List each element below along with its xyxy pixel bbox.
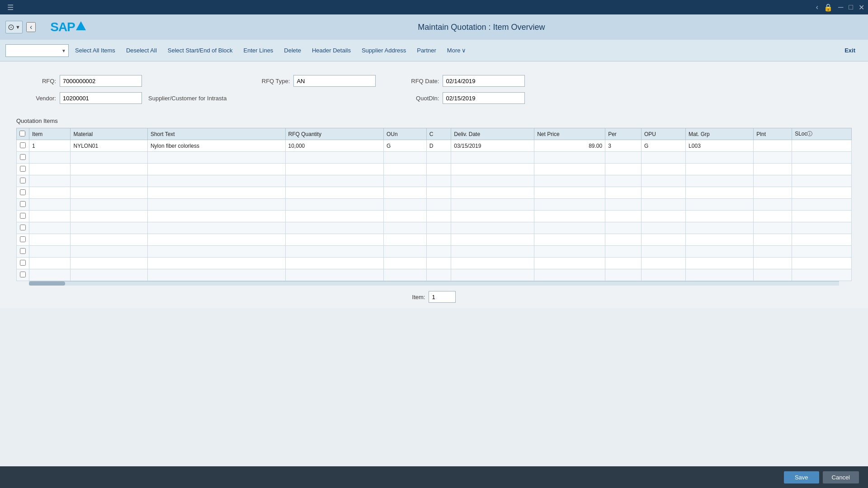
select-all-button[interactable]: Select All Items (71, 45, 120, 56)
table-section: Quotation Items Item Material Short Text… (11, 117, 857, 286)
deselect-all-button[interactable]: Deselect All (122, 45, 161, 56)
table-row (17, 175, 852, 187)
row-checkbox[interactable] (20, 178, 26, 183)
cell-sloc[interactable] (792, 140, 852, 152)
col-rfq-quantity: RFQ Quantity (285, 128, 383, 140)
table-row (17, 187, 852, 199)
col-material: Material (71, 128, 147, 140)
title-bar: ☰ ‹ 🔒 ─ □ ✕ (0, 0, 868, 14)
more-button[interactable]: More ∨ (443, 45, 471, 56)
table-row (17, 246, 852, 258)
lock-icon[interactable]: 🔒 (824, 3, 833, 12)
col-mat-grp: Mat. Grp (686, 128, 754, 140)
cell-short-text[interactable]: Nylon fiber colorless (147, 140, 285, 152)
select-all-checkbox[interactable] (19, 131, 25, 136)
toolbar-select-wrap[interactable] (5, 44, 69, 57)
nav-dropdown-icon[interactable]: ▼ (15, 24, 20, 30)
table-row (17, 222, 852, 234)
vendor-row: Vendor: Supplier/Customer for Intrasta (20, 92, 226, 104)
header-left: ⊙ ▼ ‹ (5, 21, 36, 33)
rfq-input[interactable] (60, 75, 142, 87)
rfq-type-input[interactable] (293, 75, 376, 87)
rfq-row: RFQ: (20, 75, 226, 87)
nav-prev-icon[interactable]: ⊙ (8, 22, 14, 32)
form-col-left: RFQ: Vendor: Supplier/Customer for Intra… (20, 75, 226, 104)
quot-dln-input[interactable] (443, 92, 525, 104)
col-oun: OUn (383, 128, 426, 140)
save-button[interactable]: Save (784, 471, 819, 483)
close-icon[interactable]: ✕ (859, 3, 864, 12)
row-checkbox[interactable] (20, 225, 26, 230)
cell-mat-grp[interactable]: L003 (686, 140, 754, 152)
exit-button[interactable]: Exit (837, 45, 863, 56)
sap-logo: SAP (50, 20, 86, 34)
header-checkbox-col (17, 128, 29, 140)
col-per: Per (605, 128, 642, 140)
minimize-icon[interactable]: ─ (838, 3, 843, 11)
table-row (17, 211, 852, 222)
cell-per[interactable]: 3 (605, 140, 642, 152)
toolbar-dropdown[interactable] (5, 44, 69, 57)
cell-plnt[interactable] (754, 140, 792, 152)
supplier-address-button[interactable]: Supplier Address (357, 45, 410, 56)
vendor-label: Vendor: (20, 95, 56, 102)
cell-rfq-quantity[interactable]: 10,000 (285, 140, 383, 152)
horizontal-scrollbar[interactable] (29, 281, 839, 286)
row-checkbox[interactable] (20, 213, 26, 219)
item-label: Item: (412, 294, 425, 300)
back-nav-icon[interactable]: ‹ (816, 3, 818, 11)
table-row (17, 234, 852, 246)
rfq-label: RFQ: (20, 78, 56, 84)
quot-dln-row: QuotDln: (403, 92, 525, 104)
cell-item[interactable]: 1 (29, 140, 71, 152)
row-checkbox[interactable] (20, 189, 26, 195)
delete-button[interactable]: Delete (279, 45, 306, 56)
rfq-date-input[interactable] (443, 75, 525, 87)
row-checkbox[interactable] (20, 166, 26, 172)
cell-opu[interactable]: G (641, 140, 685, 152)
row-checkbox[interactable] (20, 201, 26, 207)
back-button[interactable]: ‹ (26, 22, 36, 32)
header-details-button[interactable]: Header Details (307, 45, 355, 56)
row-checkbox[interactable] (20, 272, 26, 277)
table-title: Quotation Items (16, 117, 852, 124)
more-chevron-icon: ∨ (462, 47, 466, 54)
row-checkbox-cell (17, 140, 29, 152)
col-sloc: SLocⓘ (792, 128, 852, 140)
svg-marker-0 (76, 21, 86, 30)
sap-text: SAP (50, 20, 75, 34)
toolbar: Select All Items Deselect All Select Sta… (0, 40, 868, 61)
bottom-bar: Item: (11, 286, 857, 308)
cancel-button[interactable]: Cancel (823, 471, 859, 483)
nav-icon-group[interactable]: ⊙ ▼ (5, 21, 23, 33)
cell-c[interactable]: D (426, 140, 451, 152)
footer: Save Cancel (0, 466, 868, 488)
cell-material[interactable]: NYLON01 (71, 140, 147, 152)
form-section: RFQ: Vendor: Supplier/Customer for Intra… (11, 70, 857, 108)
quotation-items-table: Item Material Short Text RFQ Quantity OU… (16, 128, 852, 281)
col-deliv-date: Deliv. Date (451, 128, 534, 140)
table-row: 1 NYLON01 Nylon fiber colorless 10,000 G… (17, 140, 852, 152)
enter-lines-button[interactable]: Enter Lines (239, 45, 278, 56)
table-header-row: Item Material Short Text RFQ Quantity OU… (17, 128, 852, 140)
table-row (17, 258, 852, 269)
row-checkbox[interactable] (20, 248, 26, 254)
select-block-button[interactable]: Select Start/End of Block (163, 45, 237, 56)
hamburger-icon[interactable]: ☰ (7, 3, 14, 12)
row-checkbox[interactable] (20, 236, 26, 242)
item-input[interactable] (429, 291, 456, 303)
col-short-text: Short Text (147, 128, 285, 140)
row-checkbox[interactable] (20, 154, 26, 160)
cell-net-price[interactable]: 89.00 (534, 140, 605, 152)
row-1-checkbox[interactable] (20, 142, 26, 148)
cell-oun[interactable]: G (383, 140, 426, 152)
vendor-input[interactable] (60, 92, 142, 104)
scrollbar-thumb[interactable] (29, 282, 65, 286)
col-item: Item (29, 128, 71, 140)
maximize-icon[interactable]: □ (849, 3, 853, 11)
cell-deliv-date[interactable]: 03/15/2019 (451, 140, 534, 152)
page-title: Maintain Quotation : Item Overview (100, 23, 863, 32)
row-checkbox[interactable] (20, 260, 26, 266)
rfq-type-label: RFQ Type: (254, 78, 290, 84)
partner-button[interactable]: Partner (412, 45, 441, 56)
